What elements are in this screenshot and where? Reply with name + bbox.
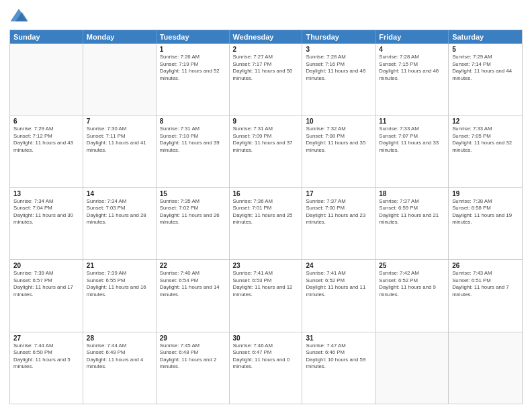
day-number: 11 xyxy=(379,118,445,125)
day-number: 30 xyxy=(233,334,299,342)
calendar-cell: 3Sunrise: 7:28 AMSunset: 7:16 PMDaylight… xyxy=(302,44,375,115)
day-info: Sunrise: 7:31 AMSunset: 7:10 PMDaylight:… xyxy=(160,126,226,154)
day-info: Sunrise: 7:39 AMSunset: 6:57 PMDaylight:… xyxy=(13,270,79,298)
day-number: 26 xyxy=(452,262,519,269)
day-info: Sunrise: 7:26 AMSunset: 7:19 PMDaylight:… xyxy=(160,54,226,82)
day-info: Sunrise: 7:30 AMSunset: 7:11 PMDaylight:… xyxy=(87,126,152,154)
calendar-cell: 29Sunrise: 7:45 AMSunset: 6:48 PMDayligh… xyxy=(157,332,230,404)
day-number: 4 xyxy=(379,46,445,53)
day-info: Sunrise: 7:42 AMSunset: 6:52 PMDaylight:… xyxy=(379,270,445,298)
day-info: Sunrise: 7:32 AMSunset: 7:08 PMDaylight:… xyxy=(306,126,371,154)
day-number: 2 xyxy=(233,46,299,53)
day-info: Sunrise: 7:28 AMSunset: 7:15 PMDaylight:… xyxy=(379,54,445,82)
day-number: 24 xyxy=(306,262,371,269)
calendar-cell: 26Sunrise: 7:43 AMSunset: 6:51 PMDayligh… xyxy=(449,260,522,331)
day-number: 31 xyxy=(306,334,371,342)
day-info: Sunrise: 7:47 AMSunset: 6:46 PMDaylight:… xyxy=(306,342,371,371)
calendar-cell xyxy=(375,332,449,404)
calendar-cell: 13Sunrise: 7:34 AMSunset: 7:04 PMDayligh… xyxy=(10,188,83,259)
day-info: Sunrise: 7:29 AMSunset: 7:12 PMDaylight:… xyxy=(13,126,79,154)
calendar-cell: 27Sunrise: 7:44 AMSunset: 6:50 PMDayligh… xyxy=(10,332,83,404)
header-day-sunday: Sunday xyxy=(10,30,83,44)
day-number: 14 xyxy=(87,190,152,197)
calendar-cell: 21Sunrise: 7:39 AMSunset: 6:55 PMDayligh… xyxy=(83,260,157,331)
day-number: 5 xyxy=(452,46,519,53)
day-info: Sunrise: 7:46 AMSunset: 6:47 PMDaylight:… xyxy=(233,342,299,371)
day-info: Sunrise: 7:35 AMSunset: 7:02 PMDaylight:… xyxy=(160,198,226,226)
day-info: Sunrise: 7:33 AMSunset: 7:05 PMDaylight:… xyxy=(452,126,519,154)
day-number: 19 xyxy=(452,190,519,197)
logo-icon xyxy=(9,7,28,26)
day-number: 10 xyxy=(306,118,371,125)
day-info: Sunrise: 7:34 AMSunset: 7:04 PMDaylight:… xyxy=(13,198,79,226)
calendar-cell: 6Sunrise: 7:29 AMSunset: 7:12 PMDaylight… xyxy=(10,116,83,187)
day-info: Sunrise: 7:43 AMSunset: 6:51 PMDaylight:… xyxy=(452,270,519,298)
day-number: 20 xyxy=(13,262,79,269)
calendar-cell: 8Sunrise: 7:31 AMSunset: 7:10 PMDaylight… xyxy=(157,116,230,187)
day-info: Sunrise: 7:41 AMSunset: 6:53 PMDaylight:… xyxy=(233,270,299,298)
day-number: 12 xyxy=(452,118,519,125)
calendar-cell: 24Sunrise: 7:41 AMSunset: 6:52 PMDayligh… xyxy=(302,260,375,331)
calendar-cell: 15Sunrise: 7:35 AMSunset: 7:02 PMDayligh… xyxy=(157,188,230,259)
calendar-cell: 28Sunrise: 7:44 AMSunset: 6:49 PMDayligh… xyxy=(83,332,157,404)
calendar-row-3: 20Sunrise: 7:39 AMSunset: 6:57 PMDayligh… xyxy=(10,259,522,331)
day-number: 7 xyxy=(87,118,152,125)
calendar-cell: 18Sunrise: 7:37 AMSunset: 6:59 PMDayligh… xyxy=(375,188,449,259)
day-info: Sunrise: 7:45 AMSunset: 6:48 PMDaylight:… xyxy=(160,342,226,371)
page: SundayMondayTuesdayWednesdayThursdayFrid… xyxy=(0,0,532,411)
day-info: Sunrise: 7:37 AMSunset: 7:00 PMDaylight:… xyxy=(306,198,371,226)
header-day-thursday: Thursday xyxy=(302,30,375,44)
day-info: Sunrise: 7:37 AMSunset: 6:59 PMDaylight:… xyxy=(379,198,445,226)
day-info: Sunrise: 7:44 AMSunset: 6:49 PMDaylight:… xyxy=(87,342,152,371)
day-number: 6 xyxy=(13,118,79,125)
calendar-cell xyxy=(83,44,157,115)
day-number: 27 xyxy=(13,334,79,342)
header xyxy=(9,7,523,26)
calendar-cell: 1Sunrise: 7:26 AMSunset: 7:19 PMDaylight… xyxy=(157,44,230,115)
day-number: 9 xyxy=(233,118,299,125)
day-number: 3 xyxy=(306,46,371,53)
day-info: Sunrise: 7:31 AMSunset: 7:09 PMDaylight:… xyxy=(233,126,299,154)
header-day-monday: Monday xyxy=(83,30,157,44)
calendar-cell: 17Sunrise: 7:37 AMSunset: 7:00 PMDayligh… xyxy=(302,188,375,259)
day-number: 23 xyxy=(233,262,299,269)
logo xyxy=(9,7,31,26)
day-number: 28 xyxy=(87,334,152,342)
day-number: 15 xyxy=(160,190,226,197)
calendar-header: SundayMondayTuesdayWednesdayThursdayFrid… xyxy=(10,30,522,44)
day-info: Sunrise: 7:39 AMSunset: 6:55 PMDaylight:… xyxy=(87,270,152,298)
day-info: Sunrise: 7:41 AMSunset: 6:52 PMDaylight:… xyxy=(306,270,371,298)
calendar-cell: 10Sunrise: 7:32 AMSunset: 7:08 PMDayligh… xyxy=(302,116,375,187)
day-number: 16 xyxy=(233,190,299,197)
calendar-cell: 4Sunrise: 7:28 AMSunset: 7:15 PMDaylight… xyxy=(375,44,449,115)
day-number: 18 xyxy=(379,190,445,197)
calendar-cell: 7Sunrise: 7:30 AMSunset: 7:11 PMDaylight… xyxy=(83,116,157,187)
calendar-cell: 19Sunrise: 7:38 AMSunset: 6:58 PMDayligh… xyxy=(449,188,522,259)
calendar-cell: 30Sunrise: 7:46 AMSunset: 6:47 PMDayligh… xyxy=(230,332,303,404)
calendar-cell: 2Sunrise: 7:27 AMSunset: 7:17 PMDaylight… xyxy=(230,44,303,115)
calendar-cell xyxy=(449,332,522,404)
header-day-saturday: Saturday xyxy=(449,30,522,44)
day-number: 25 xyxy=(379,262,445,269)
header-day-tuesday: Tuesday xyxy=(157,30,230,44)
calendar-cell: 16Sunrise: 7:36 AMSunset: 7:01 PMDayligh… xyxy=(230,188,303,259)
calendar-row-2: 13Sunrise: 7:34 AMSunset: 7:04 PMDayligh… xyxy=(10,187,522,259)
calendar-cell: 22Sunrise: 7:40 AMSunset: 6:54 PMDayligh… xyxy=(157,260,230,331)
header-day-wednesday: Wednesday xyxy=(230,30,303,44)
calendar-cell: 20Sunrise: 7:39 AMSunset: 6:57 PMDayligh… xyxy=(10,260,83,331)
day-number: 21 xyxy=(87,262,152,269)
day-info: Sunrise: 7:27 AMSunset: 7:17 PMDaylight:… xyxy=(233,54,299,82)
calendar-cell: 11Sunrise: 7:33 AMSunset: 7:07 PMDayligh… xyxy=(375,116,449,187)
day-number: 8 xyxy=(160,118,226,125)
day-number: 29 xyxy=(160,334,226,342)
header-day-friday: Friday xyxy=(375,30,449,44)
day-number: 22 xyxy=(160,262,226,269)
calendar-cell: 5Sunrise: 7:29 AMSunset: 7:14 PMDaylight… xyxy=(449,44,522,115)
calendar-cell: 31Sunrise: 7:47 AMSunset: 6:46 PMDayligh… xyxy=(302,332,375,404)
calendar-cell: 14Sunrise: 7:34 AMSunset: 7:03 PMDayligh… xyxy=(83,188,157,259)
calendar-row-0: 1Sunrise: 7:26 AMSunset: 7:19 PMDaylight… xyxy=(10,44,522,115)
day-info: Sunrise: 7:38 AMSunset: 6:58 PMDaylight:… xyxy=(452,198,519,226)
calendar-cell: 12Sunrise: 7:33 AMSunset: 7:05 PMDayligh… xyxy=(449,116,522,187)
calendar-row-4: 27Sunrise: 7:44 AMSunset: 6:50 PMDayligh… xyxy=(10,332,522,404)
day-number: 13 xyxy=(13,190,79,197)
